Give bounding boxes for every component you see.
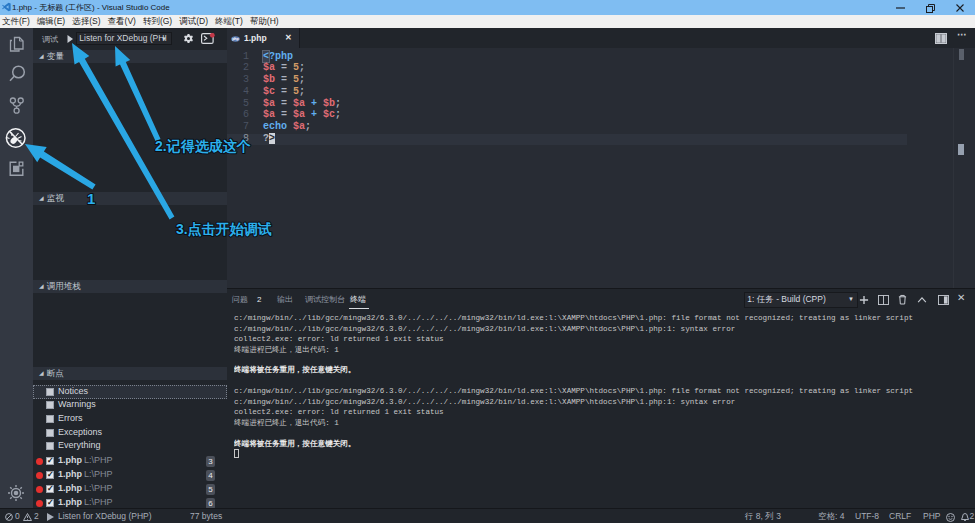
svg-text:3.点击开始调试: 3.点击开始调试 xyxy=(176,221,272,237)
svg-text:1: 1 xyxy=(87,190,95,207)
svg-text:2.记得选成这个: 2.记得选成这个 xyxy=(155,138,251,154)
